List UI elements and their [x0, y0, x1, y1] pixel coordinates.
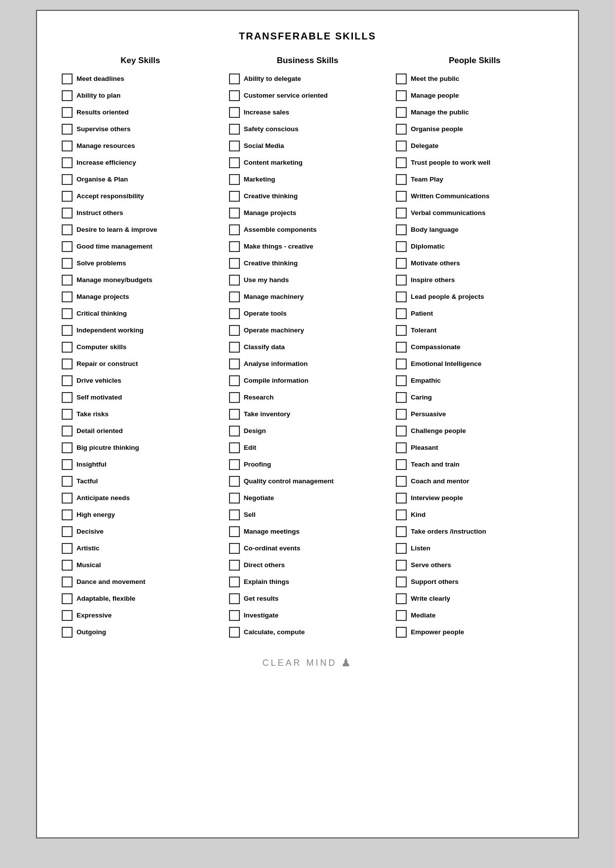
skill-checkbox[interactable]	[229, 241, 240, 252]
skill-checkbox[interactable]	[396, 174, 407, 185]
skill-checkbox[interactable]	[62, 442, 73, 453]
skill-checkbox[interactable]	[396, 90, 407, 101]
skill-checkbox[interactable]	[62, 509, 73, 520]
skill-checkbox[interactable]	[229, 409, 240, 420]
skill-checkbox[interactable]	[62, 476, 73, 487]
skill-checkbox[interactable]	[62, 610, 73, 621]
skill-checkbox[interactable]	[229, 610, 240, 621]
skill-checkbox[interactable]	[229, 426, 240, 436]
skill-checkbox[interactable]	[229, 560, 240, 571]
skill-checkbox[interactable]	[229, 141, 240, 151]
skill-checkbox[interactable]	[62, 359, 73, 369]
skill-checkbox[interactable]	[229, 258, 240, 269]
skill-checkbox[interactable]	[229, 493, 240, 504]
skill-checkbox[interactable]	[396, 577, 407, 587]
skill-checkbox[interactable]	[396, 224, 407, 235]
skill-checkbox[interactable]	[229, 90, 240, 101]
skill-checkbox[interactable]	[229, 291, 240, 302]
skill-checkbox[interactable]	[396, 107, 407, 118]
skill-checkbox[interactable]	[62, 426, 73, 436]
skill-checkbox[interactable]	[396, 409, 407, 420]
skill-checkbox[interactable]	[396, 526, 407, 537]
skill-checkbox[interactable]	[396, 627, 407, 638]
skill-checkbox[interactable]	[396, 560, 407, 571]
skill-checkbox[interactable]	[396, 375, 407, 386]
skill-checkbox[interactable]	[62, 560, 73, 571]
skill-checkbox[interactable]	[62, 577, 73, 587]
skill-checkbox[interactable]	[62, 224, 73, 235]
skill-checkbox[interactable]	[229, 442, 240, 453]
skill-checkbox[interactable]	[229, 224, 240, 235]
skill-checkbox[interactable]	[229, 73, 240, 84]
skill-checkbox[interactable]	[62, 493, 73, 504]
skill-checkbox[interactable]	[396, 325, 407, 336]
skill-checkbox[interactable]	[62, 543, 73, 554]
skill-checkbox[interactable]	[229, 124, 240, 135]
skill-checkbox[interactable]	[396, 476, 407, 487]
skill-checkbox[interactable]	[396, 426, 407, 436]
skill-checkbox[interactable]	[396, 241, 407, 252]
skill-checkbox[interactable]	[396, 509, 407, 520]
skill-checkbox[interactable]	[62, 141, 73, 151]
skill-checkbox[interactable]	[229, 191, 240, 202]
skill-checkbox[interactable]	[229, 325, 240, 336]
skill-checkbox[interactable]	[229, 627, 240, 638]
skill-checkbox[interactable]	[396, 593, 407, 604]
skill-checkbox[interactable]	[396, 392, 407, 403]
skill-checkbox[interactable]	[229, 593, 240, 604]
skill-checkbox[interactable]	[396, 610, 407, 621]
skill-checkbox[interactable]	[396, 141, 407, 151]
skill-checkbox[interactable]	[229, 526, 240, 537]
skill-checkbox[interactable]	[396, 157, 407, 168]
skill-checkbox[interactable]	[62, 375, 73, 386]
skill-checkbox[interactable]	[62, 258, 73, 269]
skill-checkbox[interactable]	[62, 409, 73, 420]
skill-checkbox[interactable]	[396, 308, 407, 319]
skill-checkbox[interactable]	[396, 275, 407, 286]
skill-checkbox[interactable]	[62, 526, 73, 537]
skill-checkbox[interactable]	[229, 157, 240, 168]
skill-checkbox[interactable]	[396, 442, 407, 453]
skill-checkbox[interactable]	[229, 543, 240, 554]
skill-checkbox[interactable]	[62, 325, 73, 336]
skill-checkbox[interactable]	[396, 191, 407, 202]
skill-checkbox[interactable]	[62, 392, 73, 403]
skill-checkbox[interactable]	[396, 342, 407, 353]
skill-checkbox[interactable]	[396, 493, 407, 504]
skill-checkbox[interactable]	[396, 258, 407, 269]
skill-checkbox[interactable]	[62, 241, 73, 252]
skill-checkbox[interactable]	[396, 208, 407, 218]
skill-checkbox[interactable]	[62, 459, 73, 470]
skill-checkbox[interactable]	[229, 392, 240, 403]
skill-checkbox[interactable]	[62, 342, 73, 353]
skill-checkbox[interactable]	[229, 275, 240, 286]
skill-checkbox[interactable]	[396, 459, 407, 470]
skill-checkbox[interactable]	[229, 459, 240, 470]
skill-checkbox[interactable]	[229, 577, 240, 587]
skill-checkbox[interactable]	[62, 208, 73, 218]
skill-checkbox[interactable]	[229, 208, 240, 218]
skill-checkbox[interactable]	[62, 107, 73, 118]
skill-checkbox[interactable]	[62, 291, 73, 302]
skill-checkbox[interactable]	[62, 90, 73, 101]
skill-checkbox[interactable]	[396, 124, 407, 135]
skill-checkbox[interactable]	[62, 174, 73, 185]
skill-checkbox[interactable]	[229, 476, 240, 487]
skill-checkbox[interactable]	[229, 308, 240, 319]
skill-checkbox[interactable]	[396, 359, 407, 369]
skill-checkbox[interactable]	[229, 359, 240, 369]
skill-checkbox[interactable]	[229, 375, 240, 386]
skill-checkbox[interactable]	[62, 275, 73, 286]
skill-checkbox[interactable]	[396, 73, 407, 84]
skill-checkbox[interactable]	[62, 308, 73, 319]
skill-checkbox[interactable]	[62, 593, 73, 604]
skill-checkbox[interactable]	[62, 124, 73, 135]
skill-checkbox[interactable]	[62, 157, 73, 168]
skill-checkbox[interactable]	[229, 342, 240, 353]
skill-checkbox[interactable]	[396, 543, 407, 554]
skill-checkbox[interactable]	[62, 627, 73, 638]
skill-checkbox[interactable]	[62, 191, 73, 202]
skill-checkbox[interactable]	[396, 291, 407, 302]
skill-checkbox[interactable]	[229, 174, 240, 185]
skill-checkbox[interactable]	[62, 73, 73, 84]
